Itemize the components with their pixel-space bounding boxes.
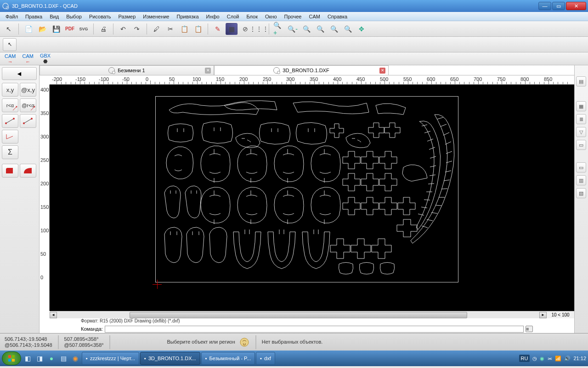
clock[interactable]: 21:12 — [573, 356, 586, 361]
scroll-left-button[interactable]: ◄ — [50, 312, 57, 318]
quicklaunch-4[interactable]: ▤ — [58, 353, 69, 364]
zoom-selection-button[interactable]: 🔍 — [328, 23, 340, 35]
command-input[interactable] — [105, 326, 524, 333]
pan-button[interactable]: ✥ — [356, 23, 368, 35]
command-toggle[interactable]: ≡ — [526, 326, 533, 332]
polar-rel-button[interactable]: @r<α — [20, 98, 36, 112]
document-tab-0[interactable]: Безимени 1✕ — [40, 65, 214, 75]
scrollbar-thumb[interactable] — [130, 312, 467, 318]
panel-blocks-button[interactable]: ▦ — [576, 101, 586, 111]
menu-прочее[interactable]: Прочее — [281, 13, 305, 20]
zoom-out-button[interactable]: 🔍- — [287, 23, 299, 35]
secondary-toolbar: ↖ — [0, 37, 588, 52]
menu-размер[interactable]: Размер — [115, 13, 140, 20]
copy-button[interactable]: 📋 — [178, 23, 190, 35]
new-button[interactable]: 📄 — [23, 23, 34, 35]
maximize-button[interactable]: ▭ — [552, 2, 565, 10]
sum-tool[interactable]: Σ — [2, 145, 18, 159]
layers-button[interactable]: ▤ — [576, 76, 586, 86]
cam-import-button[interactable]: CAM← — [22, 53, 33, 64]
polar-relative: @507.0895<358° — [64, 342, 104, 348]
horizontal-scrollbar[interactable]: ◄ ► 10 < 100 — [50, 311, 574, 318]
menu-cam[interactable]: CAM — [305, 13, 323, 20]
menu-инфо[interactable]: Инфо — [203, 13, 223, 20]
menu-справка[interactable]: Справка — [324, 13, 351, 20]
tray-icon-3[interactable]: ⫘ — [547, 356, 552, 361]
cut-button[interactable]: ✂ — [164, 23, 176, 35]
menu-вид[interactable]: Вид — [46, 13, 62, 20]
open-button[interactable]: 📂 — [36, 23, 48, 35]
tray-network-icon[interactable]: 📶 — [555, 356, 561, 362]
format-info: Формат: R15 (2000) DXF Drawing (dxflib) … — [40, 318, 574, 325]
print-button[interactable]: 🖨 — [97, 23, 109, 35]
tray-volume-icon[interactable]: 🔊 — [564, 356, 571, 362]
panel-filter-button[interactable]: ▽ — [576, 127, 586, 137]
zoom-fit-button[interactable]: 🔍 — [300, 23, 312, 35]
menu-файл[interactable]: Файл — [2, 13, 22, 20]
close-button[interactable]: ✕ — [566, 2, 586, 10]
menu-блок[interactable]: Блок — [243, 13, 261, 20]
coord-abs-button[interactable]: x,y — [2, 83, 18, 97]
scroll-right-button[interactable]: ► — [539, 312, 547, 318]
shape-tool-1[interactable] — [2, 164, 18, 178]
gbx-button[interactable]: GBX⬣ — [40, 53, 51, 64]
polar-absolute: 507.0895<358° — [64, 336, 104, 342]
quicklaunch-firefox[interactable]: ◉ — [70, 353, 81, 364]
cam-export-button[interactable]: CAM→ — [5, 53, 16, 64]
taskbar-item-2[interactable]: ▪Безымянный - P... — [201, 352, 255, 365]
hatch-button[interactable]: ▦ — [226, 23, 237, 35]
tray-icon-2[interactable]: ◉ — [540, 356, 544, 362]
menu-bar: ФайлПравкаВидВыборРисоватьРазмерИзменени… — [0, 12, 588, 21]
panel-misc-button[interactable]: ▧ — [576, 188, 586, 198]
menu-окно[interactable]: Окно — [261, 13, 281, 20]
minimize-button[interactable]: — — [538, 2, 551, 10]
shape-tool-2[interactable] — [20, 164, 36, 178]
start-button[interactable] — [2, 351, 21, 365]
taskbar-item-1[interactable]: ▪3D_BRONTO.1.DX... — [140, 352, 200, 365]
svg-export-button[interactable]: SVG — [78, 23, 90, 35]
zoom-window-button[interactable]: 🔍 — [314, 23, 326, 35]
document-tabs: Безимени 1✕3D_BRONTO.1.DXF✕ — [40, 65, 574, 75]
menu-слой[interactable]: Слой — [223, 13, 243, 20]
line-tool-1[interactable] — [2, 114, 18, 128]
tray-icon-1[interactable]: ◷ — [532, 356, 537, 362]
coord-rel-button[interactable]: @x,y — [20, 83, 36, 97]
menu-правка[interactable]: Правка — [22, 13, 46, 20]
line-tool-2[interactable] — [20, 114, 36, 128]
pdf-export-button[interactable]: PDF — [64, 23, 76, 35]
quicklaunch-2[interactable]: ◨ — [34, 353, 45, 364]
polar-abs-button[interactable]: r<α — [2, 98, 18, 112]
pointer-tool[interactable]: ↖ — [3, 23, 15, 35]
panel-cmd-button[interactable]: ▭ — [576, 162, 586, 172]
system-tray: RU ◷ ◉ ⫘ 📶 🔊 21:12 — [519, 355, 586, 362]
drawing-canvas[interactable] — [50, 85, 574, 311]
quicklaunch-3[interactable]: ● — [46, 353, 57, 364]
quicklaunch-1[interactable]: ◧ — [22, 353, 33, 364]
tab-close-button[interactable]: ✕ — [205, 68, 211, 74]
panel-list-button[interactable]: ≣ — [576, 114, 586, 124]
tab-close-button[interactable]: ✕ — [379, 68, 385, 74]
undo-button[interactable]: ↶ — [117, 23, 129, 35]
angle-tool[interactable] — [2, 130, 18, 144]
menu-рисовать[interactable]: Рисовать — [85, 13, 115, 20]
save-button[interactable]: 💾 — [50, 23, 62, 35]
redo-button[interactable]: ↷ — [131, 23, 143, 35]
zoom-in-button[interactable]: 🔍+ — [273, 23, 285, 35]
panel-prop-button[interactable]: ▥ — [576, 175, 586, 185]
zoom-prev-button[interactable]: 🔍 — [342, 23, 354, 35]
menu-выбор[interactable]: Выбор — [62, 13, 85, 20]
paste-button[interactable]: 📋 — [192, 23, 204, 35]
document-tab-1[interactable]: 3D_BRONTO.1.DXF✕ — [214, 65, 389, 75]
grid-button[interactable]: ⋮⋮⋮ — [253, 23, 265, 35]
language-indicator[interactable]: RU — [519, 355, 530, 362]
pencil-button[interactable]: ✎ — [212, 23, 224, 35]
menu-привязка[interactable]: Привязка — [173, 13, 202, 20]
menu-изменение[interactable]: Изменение — [139, 13, 173, 20]
panel-lib-button[interactable]: ▭ — [576, 140, 586, 150]
select-tool[interactable]: ↖ — [3, 38, 17, 51]
taskbar-item-0[interactable]: ▪zzzkrestzzz | Черт... — [82, 352, 139, 365]
svg-point-5 — [34, 106, 35, 108]
brush-button[interactable]: 🖊 — [151, 23, 163, 35]
taskbar-item-3[interactable]: ▪dxf — [256, 352, 275, 365]
back-button[interactable]: ◄ — [2, 67, 37, 80]
